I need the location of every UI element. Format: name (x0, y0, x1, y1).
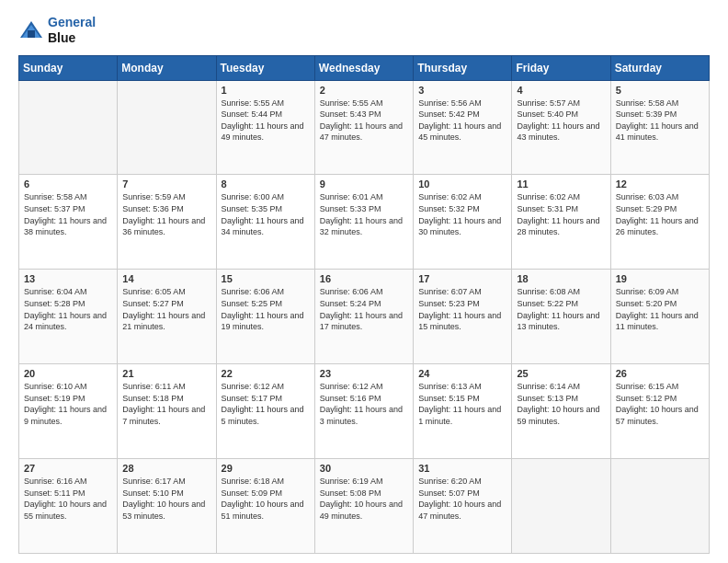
calendar-cell: 26Sunrise: 6:15 AM Sunset: 5:12 PM Dayli… (610, 364, 709, 459)
day-info: Sunrise: 6:07 AM Sunset: 5:23 PM Dayligh… (418, 286, 506, 332)
day-number: 21 (122, 368, 210, 379)
calendar-cell: 13Sunrise: 6:04 AM Sunset: 5:28 PM Dayli… (19, 270, 118, 364)
day-number: 15 (222, 273, 310, 284)
week-row-4: 20Sunrise: 6:10 AM Sunset: 5:19 PM Dayli… (19, 364, 710, 459)
svg-rect-2 (28, 30, 35, 38)
day-number: 6 (24, 178, 112, 190)
day-number: 11 (517, 178, 605, 190)
day-info: Sunrise: 5:56 AM Sunset: 5:42 PM Dayligh… (418, 98, 506, 144)
day-number: 30 (320, 463, 408, 474)
day-header-sunday: Sunday (19, 55, 118, 80)
day-number: 2 (320, 85, 408, 96)
day-info: Sunrise: 6:20 AM Sunset: 5:07 PM Dayligh… (418, 476, 506, 522)
day-number: 9 (320, 178, 408, 190)
calendar-cell: 21Sunrise: 6:11 AM Sunset: 5:18 PM Dayli… (118, 364, 216, 459)
day-info: Sunrise: 6:12 AM Sunset: 5:17 PM Dayligh… (222, 381, 310, 427)
calendar-cell: 1Sunrise: 5:55 AM Sunset: 5:44 PM Daylig… (216, 80, 314, 175)
day-info: Sunrise: 6:08 AM Sunset: 5:22 PM Dayligh… (517, 286, 605, 332)
calendar-cell: 9Sunrise: 6:01 AM Sunset: 5:33 PM Daylig… (314, 175, 413, 270)
day-info: Sunrise: 6:09 AM Sunset: 5:20 PM Dayligh… (616, 286, 704, 332)
logo-text: General Blue (48, 15, 96, 46)
day-info: Sunrise: 5:57 AM Sunset: 5:40 PM Dayligh… (517, 98, 605, 144)
day-number: 24 (418, 368, 506, 379)
day-header-friday: Friday (512, 55, 610, 80)
calendar-cell: 23Sunrise: 6:12 AM Sunset: 5:16 PM Dayli… (314, 364, 413, 459)
day-info: Sunrise: 6:05 AM Sunset: 5:27 PM Dayligh… (122, 286, 210, 332)
day-info: Sunrise: 6:06 AM Sunset: 5:24 PM Dayligh… (320, 286, 408, 332)
day-number: 13 (24, 273, 112, 284)
day-number: 16 (320, 273, 408, 284)
day-info: Sunrise: 6:02 AM Sunset: 5:32 PM Dayligh… (418, 191, 506, 237)
day-info: Sunrise: 6:17 AM Sunset: 5:10 PM Dayligh… (122, 476, 210, 522)
calendar-cell: 25Sunrise: 6:14 AM Sunset: 5:13 PM Dayli… (512, 364, 610, 459)
calendar-cell: 12Sunrise: 6:03 AM Sunset: 5:29 PM Dayli… (610, 175, 709, 270)
calendar-cell: 6Sunrise: 5:58 AM Sunset: 5:37 PM Daylig… (19, 175, 118, 270)
day-info: Sunrise: 6:00 AM Sunset: 5:35 PM Dayligh… (222, 191, 310, 237)
calendar-cell: 7Sunrise: 5:59 AM Sunset: 5:36 PM Daylig… (118, 175, 216, 270)
calendar-cell: 2Sunrise: 5:55 AM Sunset: 5:43 PM Daylig… (314, 80, 413, 175)
calendar-cell: 31Sunrise: 6:20 AM Sunset: 5:07 PM Dayli… (414, 459, 512, 554)
day-number: 18 (517, 273, 605, 284)
day-header-tuesday: Tuesday (216, 55, 314, 80)
calendar-cell: 11Sunrise: 6:02 AM Sunset: 5:31 PM Dayli… (512, 175, 610, 270)
day-info: Sunrise: 6:18 AM Sunset: 5:09 PM Dayligh… (222, 476, 310, 522)
calendar-cell: 16Sunrise: 6:06 AM Sunset: 5:24 PM Dayli… (314, 270, 413, 364)
day-number: 25 (517, 368, 605, 379)
calendar-header: SundayMondayTuesdayWednesdayThursdayFrid… (19, 55, 710, 80)
day-info: Sunrise: 6:13 AM Sunset: 5:15 PM Dayligh… (418, 381, 506, 427)
day-number: 4 (517, 85, 605, 96)
calendar-cell: 4Sunrise: 5:57 AM Sunset: 5:40 PM Daylig… (512, 80, 610, 175)
day-number: 8 (222, 178, 310, 190)
days-header-row: SundayMondayTuesdayWednesdayThursdayFrid… (19, 55, 710, 80)
day-number: 29 (222, 463, 310, 474)
header: General Blue (18, 15, 710, 46)
day-info: Sunrise: 5:55 AM Sunset: 5:44 PM Dayligh… (222, 98, 310, 144)
day-info: Sunrise: 6:03 AM Sunset: 5:29 PM Dayligh… (616, 191, 704, 237)
day-header-monday: Monday (118, 55, 216, 80)
week-row-2: 6Sunrise: 5:58 AM Sunset: 5:37 PM Daylig… (19, 175, 710, 270)
calendar-cell (19, 80, 118, 175)
logo-icon (18, 19, 44, 41)
calendar-cell: 15Sunrise: 6:06 AM Sunset: 5:25 PM Dayli… (216, 270, 314, 364)
day-info: Sunrise: 6:10 AM Sunset: 5:19 PM Dayligh… (24, 381, 112, 427)
calendar-table: SundayMondayTuesdayWednesdayThursdayFrid… (18, 55, 710, 554)
calendar-cell: 5Sunrise: 5:58 AM Sunset: 5:39 PM Daylig… (610, 80, 709, 175)
day-number: 10 (418, 178, 506, 190)
calendar-cell: 18Sunrise: 6:08 AM Sunset: 5:22 PM Dayli… (512, 270, 610, 364)
day-number: 19 (616, 273, 704, 284)
day-number: 1 (222, 85, 310, 96)
day-number: 3 (418, 85, 506, 96)
calendar-cell (610, 459, 709, 554)
calendar-cell (118, 80, 216, 175)
calendar-cell: 30Sunrise: 6:19 AM Sunset: 5:08 PM Dayli… (314, 459, 413, 554)
day-number: 12 (616, 178, 704, 190)
page: General Blue SundayMondayTuesdayWednesda… (0, 0, 728, 563)
day-number: 27 (24, 463, 112, 474)
day-info: Sunrise: 6:14 AM Sunset: 5:13 PM Dayligh… (517, 381, 605, 427)
week-row-5: 27Sunrise: 6:16 AM Sunset: 5:11 PM Dayli… (19, 459, 710, 554)
calendar-cell: 19Sunrise: 6:09 AM Sunset: 5:20 PM Dayli… (610, 270, 709, 364)
day-info: Sunrise: 5:58 AM Sunset: 5:37 PM Dayligh… (24, 191, 112, 237)
day-info: Sunrise: 6:12 AM Sunset: 5:16 PM Dayligh… (320, 381, 408, 427)
calendar-cell: 29Sunrise: 6:18 AM Sunset: 5:09 PM Dayli… (216, 459, 314, 554)
calendar-cell: 20Sunrise: 6:10 AM Sunset: 5:19 PM Dayli… (19, 364, 118, 459)
day-info: Sunrise: 6:06 AM Sunset: 5:25 PM Dayligh… (222, 286, 310, 332)
day-number: 22 (222, 368, 310, 379)
calendar-cell: 22Sunrise: 6:12 AM Sunset: 5:17 PM Dayli… (216, 364, 314, 459)
day-info: Sunrise: 5:59 AM Sunset: 5:36 PM Dayligh… (122, 191, 210, 237)
calendar-cell (512, 459, 610, 554)
calendar-cell: 17Sunrise: 6:07 AM Sunset: 5:23 PM Dayli… (414, 270, 512, 364)
calendar-cell: 28Sunrise: 6:17 AM Sunset: 5:10 PM Dayli… (118, 459, 216, 554)
calendar-body: 1Sunrise: 5:55 AM Sunset: 5:44 PM Daylig… (19, 80, 710, 553)
day-info: Sunrise: 6:19 AM Sunset: 5:08 PM Dayligh… (320, 476, 408, 522)
day-header-wednesday: Wednesday (314, 55, 413, 80)
day-number: 5 (616, 85, 704, 96)
week-row-3: 13Sunrise: 6:04 AM Sunset: 5:28 PM Dayli… (19, 270, 710, 364)
logo: General Blue (18, 15, 96, 46)
day-info: Sunrise: 6:16 AM Sunset: 5:11 PM Dayligh… (24, 476, 112, 522)
calendar-cell: 14Sunrise: 6:05 AM Sunset: 5:27 PM Dayli… (118, 270, 216, 364)
day-number: 28 (122, 463, 210, 474)
calendar-cell: 8Sunrise: 6:00 AM Sunset: 5:35 PM Daylig… (216, 175, 314, 270)
day-number: 31 (418, 463, 506, 474)
day-number: 7 (122, 178, 210, 190)
